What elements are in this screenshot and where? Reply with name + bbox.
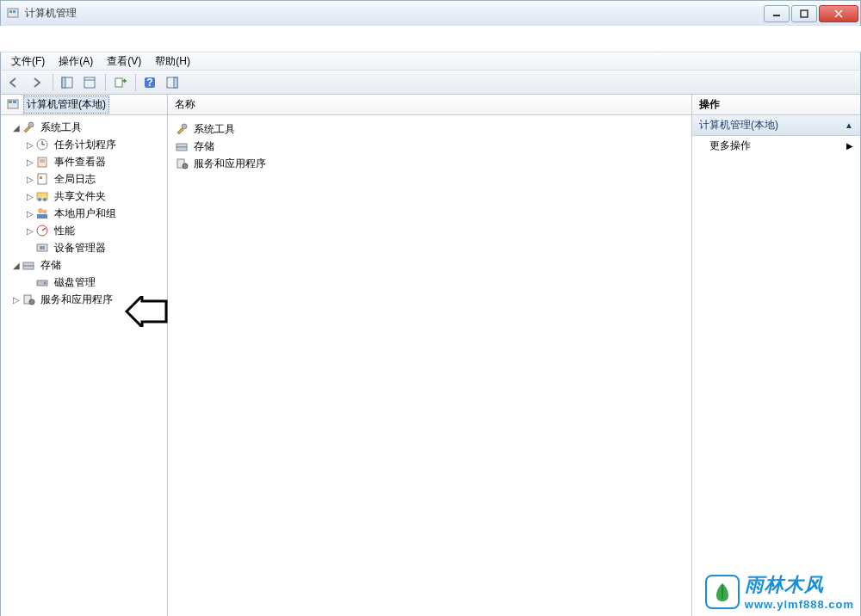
svg-rect-33 xyxy=(37,214,47,219)
svg-point-31 xyxy=(38,208,43,213)
svg-rect-8 xyxy=(62,77,65,88)
minimize-button[interactable] xyxy=(764,5,790,22)
collapse-up-icon: ▲ xyxy=(845,120,853,130)
action-more[interactable]: 更多操作 ▶ xyxy=(692,136,860,155)
expand-icon[interactable]: ▷ xyxy=(25,192,35,201)
services-icon xyxy=(175,157,189,170)
list-header-name[interactable]: 名称 xyxy=(168,95,691,115)
action-pane-header: 操作 xyxy=(692,95,860,115)
collapse-icon[interactable]: ◢ xyxy=(11,261,22,270)
expand-icon[interactable]: ▷ xyxy=(11,295,22,305)
watermark-logo-icon xyxy=(705,575,740,609)
watermark: 雨林木风 www.ylmf888.com xyxy=(705,572,854,611)
properties-button[interactable] xyxy=(79,73,100,92)
svg-rect-37 xyxy=(40,246,45,249)
toolbar: ? xyxy=(0,71,861,95)
menu-file[interactable]: 文件(F) xyxy=(4,52,52,71)
list-item[interactable]: 存储 xyxy=(171,138,688,155)
svg-rect-27 xyxy=(40,176,42,179)
svg-point-30 xyxy=(43,198,46,201)
expand-icon[interactable]: ▷ xyxy=(25,157,35,167)
storage-icon xyxy=(175,139,189,153)
forward-button[interactable] xyxy=(27,73,47,92)
list-item[interactable]: 系统工具 xyxy=(171,120,688,138)
expand-icon[interactable]: ▷ xyxy=(25,140,35,150)
menubar: 文件(F) 操作(A) 查看(V) 帮助(H) xyxy=(0,52,861,71)
svg-point-44 xyxy=(182,124,187,129)
tree-local-users[interactable]: ▷本地用户和组 xyxy=(3,205,165,222)
submenu-icon: ▶ xyxy=(846,141,853,151)
expand-icon[interactable]: ▷ xyxy=(25,226,35,236)
services-icon xyxy=(22,293,35,306)
titlebar: 计算机管理 xyxy=(0,0,861,26)
tree-disk-management[interactable]: 磁盘管理 xyxy=(3,274,165,291)
svg-point-19 xyxy=(28,122,34,127)
event-icon xyxy=(35,155,49,169)
watermark-url: www.ylmf888.com xyxy=(745,598,854,611)
log-icon xyxy=(35,172,49,186)
svg-rect-1 xyxy=(9,10,12,13)
svg-rect-17 xyxy=(9,101,12,103)
help-button[interactable]: ? xyxy=(139,73,160,92)
menu-help[interactable]: 帮助(H) xyxy=(148,52,197,71)
tree-shared-folders[interactable]: ▷共享文件夹 xyxy=(3,188,165,205)
svg-rect-9 xyxy=(84,77,95,88)
tree-pane: 计算机管理(本地) ◢系统工具 ▷任务计划程序 ▷事件查看器 ▷全局日志 ▷共享… xyxy=(1,95,168,616)
clock-icon xyxy=(35,138,49,151)
close-button[interactable] xyxy=(819,5,858,22)
app-icon xyxy=(6,7,20,21)
show-hide-tree-button[interactable] xyxy=(57,73,77,92)
svg-text:?: ? xyxy=(146,77,152,89)
export-button[interactable] xyxy=(109,73,130,92)
svg-rect-39 xyxy=(23,266,34,269)
back-button[interactable] xyxy=(4,73,25,92)
tree-device-manager[interactable]: 设备管理器 xyxy=(3,239,165,256)
svg-point-32 xyxy=(43,210,47,214)
svg-rect-46 xyxy=(177,147,187,151)
action-pane: 操作 计算机管理(本地) ▲ 更多操作 ▶ xyxy=(692,95,860,616)
tools-icon xyxy=(22,120,35,134)
menu-action[interactable]: 操作(A) xyxy=(52,52,100,71)
expand-icon[interactable]: ▷ xyxy=(25,175,35,184)
list-item[interactable]: 服务和应用程序 xyxy=(171,155,688,172)
svg-point-43 xyxy=(29,299,34,305)
performance-icon xyxy=(35,224,49,237)
device-icon xyxy=(35,241,49,255)
svg-rect-2 xyxy=(13,10,15,13)
shared-icon xyxy=(35,189,49,203)
list-pane: 名称 系统工具 存储 服务和应用程序 xyxy=(168,95,692,616)
svg-point-41 xyxy=(44,282,46,285)
svg-rect-38 xyxy=(23,262,34,266)
titlebar-title: 计算机管理 xyxy=(25,6,77,21)
tools-icon xyxy=(175,122,189,136)
svg-point-29 xyxy=(38,198,41,201)
svg-rect-11 xyxy=(115,78,122,87)
storage-icon xyxy=(22,258,35,272)
svg-rect-15 xyxy=(174,77,177,88)
tree-root[interactable]: 计算机管理(本地) xyxy=(23,95,109,114)
watermark-title: 雨林木风 xyxy=(745,572,854,598)
users-icon xyxy=(35,206,49,220)
action-group-header[interactable]: 计算机管理(本地) ▲ xyxy=(692,115,860,136)
tree-services-apps[interactable]: ▷服务和应用程序 xyxy=(3,291,165,308)
tree-task-scheduler[interactable]: ▷任务计划程序 xyxy=(3,136,165,153)
show-action-pane-button[interactable] xyxy=(162,73,183,92)
collapse-icon[interactable]: ◢ xyxy=(11,123,22,132)
tree-storage[interactable]: ◢存储 xyxy=(3,256,165,274)
tree-global-log[interactable]: ▷全局日志 xyxy=(3,170,165,188)
computer-mgmt-icon xyxy=(6,98,20,112)
svg-rect-18 xyxy=(13,101,16,103)
disk-icon xyxy=(35,275,49,289)
svg-rect-4 xyxy=(801,10,808,17)
tree-event-viewer[interactable]: ▷事件查看器 xyxy=(3,153,165,170)
expand-icon[interactable]: ▷ xyxy=(25,209,35,219)
svg-rect-45 xyxy=(177,144,187,147)
svg-point-48 xyxy=(183,163,188,169)
menu-view[interactable]: 查看(V) xyxy=(100,52,148,71)
tree-performance[interactable]: ▷性能 xyxy=(3,222,165,239)
maximize-button[interactable] xyxy=(791,5,817,22)
tree-system-tools[interactable]: ◢系统工具 xyxy=(3,119,165,136)
